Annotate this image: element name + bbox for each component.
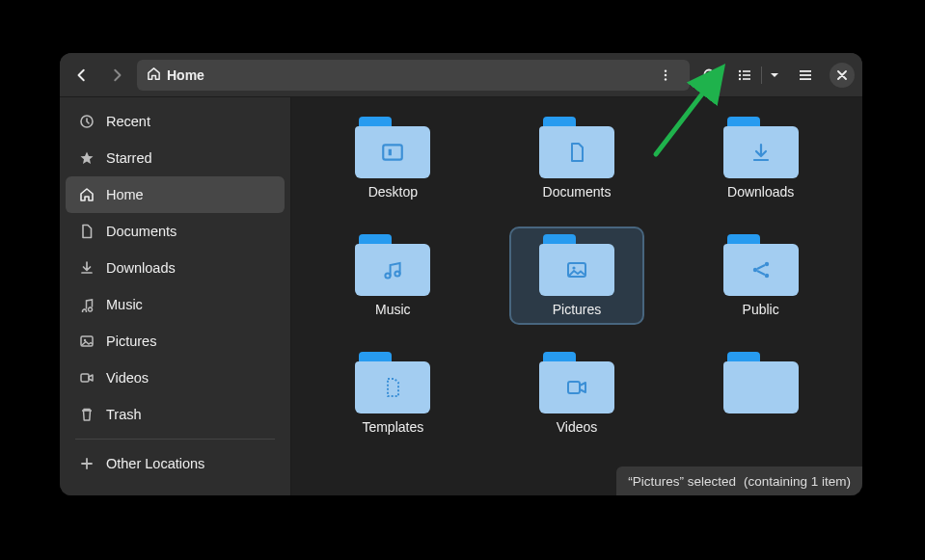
close-button[interactable] bbox=[830, 63, 855, 88]
svg-line-4 bbox=[713, 77, 717, 81]
folder-downloads[interactable]: Downloads bbox=[694, 109, 829, 207]
folder-label: Desktop bbox=[368, 184, 418, 200]
sidebar-item-videos[interactable]: Videos bbox=[66, 360, 285, 396]
folder-pictures[interactable]: Pictures bbox=[509, 227, 644, 325]
path-bar[interactable]: Home bbox=[137, 60, 690, 91]
sidebar-item-label: Starred bbox=[106, 150, 152, 166]
folder-icon bbox=[355, 117, 430, 178]
list-view-button[interactable] bbox=[730, 61, 759, 90]
svg-rect-19 bbox=[389, 149, 392, 156]
folder-documents[interactable]: Documents bbox=[509, 109, 644, 207]
sidebar-item-label: Music bbox=[106, 297, 143, 312]
document-icon bbox=[79, 224, 95, 239]
folder-label: Downloads bbox=[727, 184, 794, 200]
svg-rect-10 bbox=[743, 78, 750, 80]
svg-rect-27 bbox=[568, 382, 580, 393]
sidebar-item-pictures[interactable]: Pictures bbox=[66, 323, 285, 360]
trash-icon bbox=[79, 407, 95, 422]
svg-rect-18 bbox=[384, 145, 403, 159]
folder-videos[interactable]: Videos bbox=[509, 344, 644, 442]
svg-rect-12 bbox=[800, 74, 811, 76]
sidebar-item-label: Trash bbox=[106, 407, 142, 422]
svg-point-25 bbox=[764, 262, 768, 266]
picture-icon bbox=[79, 333, 95, 349]
folder-label: Pictures bbox=[553, 302, 602, 317]
svg-point-23 bbox=[572, 266, 575, 269]
clock-icon bbox=[79, 114, 95, 129]
icon-grid: Desktop Documents bbox=[291, 97, 862, 454]
path-menu-button[interactable] bbox=[651, 61, 680, 90]
view-options-dropdown[interactable] bbox=[764, 61, 785, 90]
sidebar: Recent Starred Home Documents Downloads … bbox=[60, 97, 291, 495]
forward-button[interactable] bbox=[102, 61, 131, 90]
sidebar-item-label: Videos bbox=[106, 370, 149, 386]
sidebar-item-trash[interactable]: Trash bbox=[66, 396, 285, 433]
star-icon bbox=[79, 150, 95, 166]
folder-label: Videos bbox=[557, 419, 598, 435]
status-detail: (containing 1 item) bbox=[744, 474, 851, 489]
sidebar-item-label: Pictures bbox=[106, 333, 156, 349]
file-manager-window: Home bbox=[60, 53, 862, 495]
folder-icon bbox=[355, 352, 430, 413]
back-button[interactable] bbox=[68, 61, 96, 90]
svg-point-9 bbox=[739, 77, 741, 79]
folder-label: Public bbox=[743, 302, 779, 317]
folder-label: Documents bbox=[543, 184, 612, 200]
svg-point-1 bbox=[665, 73, 667, 75]
folder-public[interactable]: Public bbox=[694, 227, 829, 325]
svg-rect-17 bbox=[81, 374, 89, 382]
download-icon bbox=[79, 260, 95, 276]
svg-rect-8 bbox=[743, 74, 750, 76]
home-icon bbox=[147, 67, 161, 84]
folder-icon bbox=[539, 234, 614, 296]
hamburger-menu-button[interactable] bbox=[791, 61, 820, 90]
folder-label: Templates bbox=[362, 419, 423, 435]
folder-music[interactable]: Music bbox=[325, 227, 460, 325]
status-bar: “Pictures” selected (containing 1 item) bbox=[616, 467, 862, 495]
headerbar: Home bbox=[60, 53, 862, 97]
folder-icon bbox=[539, 352, 614, 413]
view-switcher bbox=[730, 61, 785, 90]
sidebar-item-home[interactable]: Home bbox=[66, 176, 285, 213]
sidebar-item-recent[interactable]: Recent bbox=[66, 103, 285, 140]
folder-unnamed[interactable] bbox=[694, 344, 829, 442]
svg-point-26 bbox=[764, 274, 768, 278]
svg-point-24 bbox=[752, 268, 756, 272]
sidebar-item-label: Other Locations bbox=[106, 456, 204, 471]
folder-icon bbox=[723, 234, 799, 296]
sidebar-item-other-locations[interactable]: Other Locations bbox=[66, 445, 285, 482]
sidebar-item-downloads[interactable]: Downloads bbox=[66, 250, 285, 286]
sidebar-item-label: Home bbox=[106, 187, 144, 202]
path-segment-home[interactable]: Home bbox=[147, 67, 204, 84]
sidebar-item-label: Recent bbox=[106, 114, 150, 129]
sidebar-item-documents[interactable]: Documents bbox=[66, 213, 285, 250]
folder-label: Music bbox=[375, 302, 411, 317]
music-icon bbox=[79, 297, 95, 312]
svg-rect-6 bbox=[743, 70, 750, 72]
folder-templates[interactable]: Templates bbox=[325, 344, 460, 442]
home-icon bbox=[79, 187, 95, 202]
svg-point-0 bbox=[665, 69, 667, 71]
video-icon bbox=[79, 370, 95, 386]
sidebar-item-label: Documents bbox=[106, 224, 177, 239]
svg-point-5 bbox=[739, 69, 741, 71]
svg-point-2 bbox=[665, 78, 667, 80]
folder-icon bbox=[723, 117, 799, 178]
plus-icon bbox=[79, 456, 95, 471]
status-selected: “Pictures” selected bbox=[628, 474, 736, 489]
folder-icon bbox=[723, 352, 799, 413]
folder-desktop[interactable]: Desktop bbox=[325, 109, 460, 207]
search-button[interactable] bbox=[695, 61, 724, 90]
svg-point-7 bbox=[739, 73, 741, 75]
sidebar-item-label: Downloads bbox=[106, 260, 176, 276]
content-area[interactable]: Desktop Documents bbox=[291, 97, 862, 495]
sidebar-item-music[interactable]: Music bbox=[66, 286, 285, 323]
svg-rect-11 bbox=[800, 70, 811, 72]
folder-icon bbox=[539, 117, 614, 178]
svg-rect-13 bbox=[800, 78, 811, 80]
path-label: Home bbox=[167, 67, 204, 83]
folder-icon bbox=[355, 234, 430, 296]
sidebar-item-starred[interactable]: Starred bbox=[66, 140, 285, 176]
